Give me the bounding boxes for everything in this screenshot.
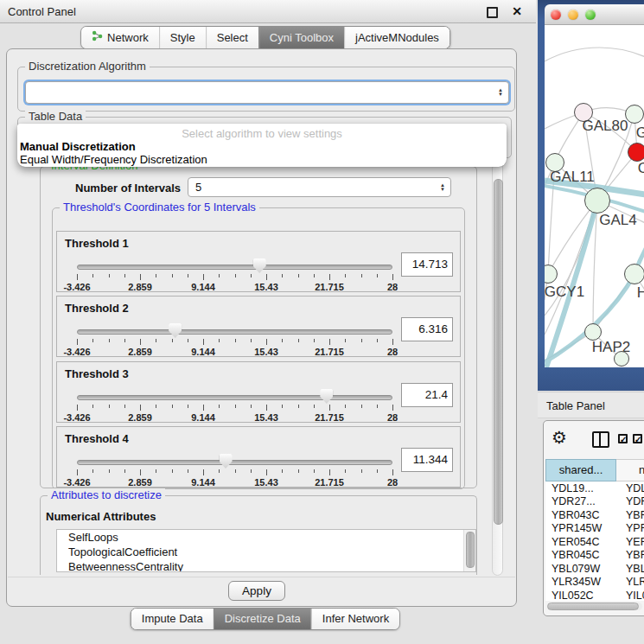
list-item[interactable]: BetweennessCentrality (57, 559, 475, 572)
mac-zoom-button[interactable] (585, 10, 596, 20)
slider-track[interactable] (77, 329, 392, 335)
table-row[interactable]: YPR145WYPR1 (545, 522, 644, 536)
tab-style[interactable]: Style (159, 27, 206, 48)
cyni-toolbox-panel: Discretization Algorithm ▲▼ Select algor… (6, 48, 517, 607)
cell: YDL19... (545, 482, 616, 494)
slider-thumb[interactable] (220, 454, 233, 469)
threshold-1-slider[interactable]: -3.426 2.859 9.144 15.43 21.715 28 (77, 264, 392, 291)
tab-cyni-toolbox[interactable]: Cyni Toolbox (258, 27, 344, 48)
mac-minimize-button[interactable] (568, 10, 578, 20)
network-node-hap2[interactable] (584, 323, 602, 341)
float-window-icon[interactable] (487, 7, 498, 18)
tick-mark (188, 469, 188, 473)
list-item[interactable]: TopologicalCoefficient (57, 545, 475, 559)
popup-option-equal-width-frequency[interactable]: Equal Width/Frequency Discretization (17, 153, 507, 166)
tick-label: 9.144 (191, 477, 215, 488)
scrollbar-thumb[interactable] (547, 603, 639, 610)
scrollbar-thumb[interactable] (466, 532, 475, 568)
tick-mark (392, 274, 393, 280)
slider-track[interactable] (77, 460, 392, 465)
network-node-bottom-partial[interactable] (614, 351, 629, 367)
tick-mark (282, 405, 283, 408)
group-title: Discretization Algorithm (25, 60, 150, 73)
network-canvas[interactable]: GAL80GACGAL11GAL4GCY1HHAP2 (545, 25, 644, 367)
table-hscrollbar[interactable] (547, 603, 642, 610)
tick-mark (251, 405, 252, 408)
close-icon[interactable]: ✕ (512, 4, 522, 18)
network-node-h-node[interactable] (624, 264, 644, 284)
table-row[interactable]: YBL079WYBL0 (545, 562, 644, 576)
table-row[interactable]: YIL052CYIL0 (545, 589, 644, 601)
tab-infer-network[interactable]: Infer Network (311, 609, 399, 629)
tick-mark (329, 469, 330, 475)
threshold-1-value[interactable]: 14.713 (401, 252, 453, 277)
slider-thumb[interactable] (320, 389, 333, 404)
control-panel-titlebar: Control Panel ✕ (0, 0, 536, 23)
number-of-intervals-combo[interactable]: 5 ▲▼ (188, 177, 451, 197)
threshold-2-slider[interactable]: -3.426 2.859 9.144 15.43 21.715 28 (77, 328, 392, 356)
tick-mark (219, 469, 220, 473)
threshold-2-value[interactable]: 6.316 (401, 317, 453, 341)
scrollbar-thumb[interactable] (494, 179, 503, 525)
control-panel-tabs: Network Style Select Cyni Toolbox jActiv… (80, 26, 450, 49)
checkbox-checked-icon[interactable]: ✓ (618, 434, 628, 443)
network-icon (92, 30, 103, 44)
tick-label: 28 (387, 347, 398, 357)
tick-mark (377, 405, 378, 408)
list-item[interactable]: SelfLoops (57, 530, 475, 545)
threshold-4-value[interactable]: 11.344 (401, 448, 453, 472)
table-row[interactable]: YLR345WYLR3 (545, 576, 644, 590)
tick-mark (124, 469, 125, 473)
threshold-4-slider[interactable]: -3.426 2.859 9.144 15.43 21.715 28 (77, 459, 392, 487)
threshold-3-slider[interactable]: -3.426 2.859 9.144 15.43 21.715 28 (77, 394, 392, 422)
table-row[interactable]: YDL19...YDL1 (545, 481, 644, 495)
column-header-name[interactable]: n (616, 459, 644, 481)
table-row[interactable]: YDR27...YDR2 (545, 495, 644, 509)
panel-scrollbar[interactable] (492, 163, 503, 576)
tick-label: 9.144 (191, 412, 215, 423)
tab-select[interactable]: Select (206, 27, 258, 48)
tab-network[interactable]: Network (81, 27, 159, 48)
network-node-gal4[interactable] (584, 188, 610, 214)
popup-option-manual-discretization[interactable]: Manual Discretization (17, 140, 507, 153)
network-node-gcy1[interactable] (545, 265, 558, 284)
network-node-selected-red[interactable] (628, 143, 644, 162)
tick-label: -3.426 (63, 282, 90, 292)
group-title: Table Data (25, 110, 86, 123)
tab-impute-data[interactable]: Impute Data (131, 609, 214, 629)
slider-track[interactable] (77, 395, 392, 400)
gear-icon[interactable]: ⚙ (552, 427, 567, 448)
slider-track[interactable] (77, 265, 392, 270)
tick-mark (188, 274, 188, 277)
network-node-top-right[interactable] (625, 105, 644, 124)
cell: YBL0 (616, 563, 644, 575)
tick-mark (92, 274, 93, 277)
algorithm-combo[interactable]: ▲▼ (25, 81, 509, 104)
threshold-3-value[interactable]: 21.4 (401, 383, 453, 407)
slider-thumb[interactable] (253, 258, 266, 273)
apply-button[interactable]: Apply (228, 581, 285, 601)
numerical-attributes-list[interactable]: SelfLoops TopologicalCoefficient Between… (56, 529, 476, 572)
mac-close-button[interactable] (551, 10, 561, 20)
tab-discretize-data[interactable]: Discretize Data (214, 609, 311, 629)
threshold-label: Threshold 2 (65, 302, 129, 315)
cell: YBR045C (545, 549, 616, 561)
columns-icon[interactable] (592, 431, 609, 448)
table-rows[interactable]: YDL19...YDL1 YDR27...YDR2 YBR043CYBR0 YP… (545, 481, 644, 601)
tab-jactivemnodules[interactable]: jActiveMNodules (344, 27, 450, 48)
tick-mark (156, 339, 156, 342)
tick-mark (219, 405, 220, 408)
tick-mark (77, 405, 78, 411)
checkbox-checked-icon[interactable]: ✓ (633, 434, 642, 443)
slider-thumb[interactable] (169, 323, 182, 338)
column-header-shared-name[interactable]: shared... (545, 459, 616, 481)
tick-mark (298, 405, 299, 408)
cell: YER054C (545, 536, 616, 548)
tick-mark (92, 469, 93, 473)
tick-mark (298, 339, 299, 342)
table-row[interactable]: YER054CYER0 (545, 535, 644, 549)
threshold-2-panel: Threshold 2 -3.426 2.859 9.144 15.43 21.… (56, 296, 461, 357)
list-scrollbar[interactable] (463, 530, 475, 571)
table-row[interactable]: YBR043CYBR0 (545, 508, 644, 522)
table-row[interactable]: YBR045CYBR0 (545, 549, 644, 563)
